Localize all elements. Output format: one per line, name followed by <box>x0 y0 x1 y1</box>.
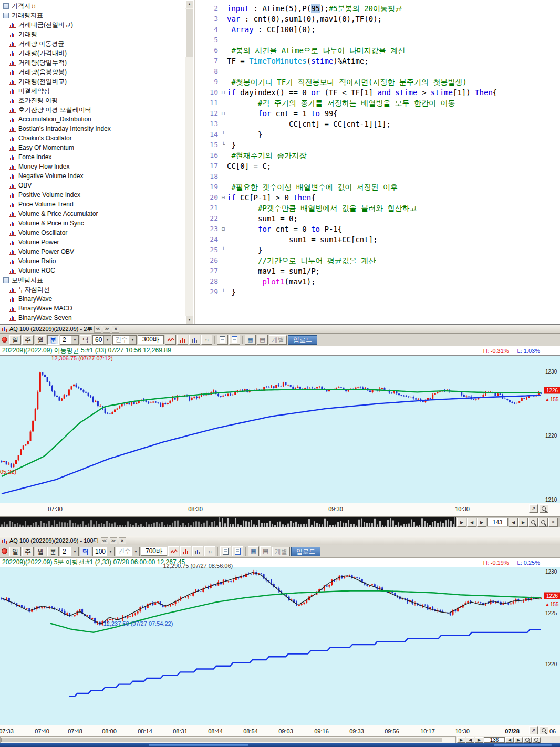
period-minute-button[interactable]: 분 <box>47 335 59 345</box>
tree-item[interactable]: Force Index <box>0 152 185 162</box>
bar-chart-icon[interactable] <box>177 335 188 345</box>
chevron-down-icon[interactable]: ▼ <box>129 336 136 344</box>
record-icon[interactable] <box>2 548 7 554</box>
tree-item[interactable]: Chaikin's Oscillator <box>0 133 185 143</box>
grid-view-icon[interactable]: ▦ <box>248 546 259 556</box>
tree-item[interactable]: BinaryWave Seven <box>0 313 185 323</box>
code-line[interactable]: 6 #봉의 시간을 Atime으로 나누어 나머지값을 계산 <box>195 45 560 56</box>
count-select[interactable]: 건수▼ <box>116 547 140 556</box>
zoom-in-button[interactable] <box>528 518 538 527</box>
tick-count-select[interactable]: 100▼ <box>92 547 115 556</box>
magnifier-icon[interactable] <box>540 726 548 734</box>
go-end-button[interactable]: ▶ <box>457 518 466 527</box>
tree-item[interactable]: Volume & Price Accumulator <box>0 209 185 219</box>
new-document-icon[interactable] <box>220 546 231 556</box>
print-icon[interactable] <box>232 546 243 556</box>
code-line[interactable]: 21 #P갯수만큼 배열방에서 값을 불러와 합산하고 <box>195 203 560 213</box>
close-icon[interactable]: × <box>112 326 119 333</box>
page-forward-button[interactable]: ▶ <box>475 737 483 743</box>
code-line[interactable]: 10⊟if dayindex() == 0 or (TF < TF[1] and… <box>195 87 560 98</box>
bar-count-input[interactable] <box>484 737 505 743</box>
fold-marker-icon[interactable]: └ <box>220 287 227 297</box>
chevron-down-icon[interactable]: ▼ <box>71 547 78 556</box>
chart2-titlebar[interactable]: AQ 100 (202209)(2022.09) - 100틱 ≪ ≫ × <box>0 536 560 545</box>
chart1-titlebar[interactable]: AQ 100 (202209)(2022.09) - 2분 ≪ ≫ × <box>0 325 560 334</box>
bars-input[interactable] <box>141 547 167 556</box>
scrollbar-track[interactable] <box>185 57 193 316</box>
expand-icon[interactable]: ↗ <box>529 504 538 513</box>
next-window-icon[interactable]: ≫ <box>103 326 110 333</box>
tree-item[interactable]: Volume & Price in Sync <box>0 219 185 228</box>
menu-button[interactable]: ≡ <box>548 518 558 527</box>
tick-button[interactable]: 틱 <box>80 547 91 556</box>
code-line[interactable]: 29└ } <box>195 287 560 297</box>
horizontal-scrollbar[interactable] <box>0 736 456 743</box>
scroll-right-button[interactable]: ▶ <box>514 737 523 743</box>
tree-item[interactable]: Volume Power OBV <box>0 247 185 256</box>
page-back-button[interactable]: ◀ <box>467 518 476 527</box>
tree-item[interactable]: Negative Volume Index <box>0 171 185 181</box>
chevron-down-icon[interactable]: ▼ <box>107 547 114 556</box>
interval-select[interactable]: 2▼ <box>60 335 79 345</box>
table-view-icon[interactable]: ▤ <box>260 546 271 556</box>
prev-window-icon[interactable]: ≪ <box>94 326 101 333</box>
chart2-plot[interactable]: 12,290.75 (07/27 08:56:06)12,237.50 (07/… <box>0 567 544 725</box>
chevron-down-icon[interactable]: ▼ <box>71 336 78 344</box>
code-line[interactable]: 3var : cnt(0),sum1(0),mav1(0),TF(0); <box>195 14 560 24</box>
fold-marker-icon[interactable]: └ <box>220 129 227 140</box>
tree-item[interactable]: 거래량(당일누적) <box>0 58 185 67</box>
sort-updown-icon[interactable]: ↑↓ <box>201 335 212 345</box>
scroll-down-icon[interactable]: ▼ <box>185 316 193 324</box>
code-line[interactable]: 22 sum1 = 0; <box>195 213 560 224</box>
tree-item[interactable]: 미결제약정 <box>0 86 185 96</box>
print-icon[interactable] <box>229 335 240 345</box>
taskbar-item[interactable] <box>494 744 552 746</box>
tree-item[interactable]: 거래량(전일비교) <box>0 77 185 86</box>
magnifier-icon[interactable] <box>540 504 548 513</box>
code-line[interactable]: 23⊟ for cnt = 0 to P-1{ <box>195 224 560 234</box>
tree-item[interactable]: 거래량 이동평균 <box>0 39 185 48</box>
count-select[interactable]: 건수▼ <box>112 335 137 345</box>
period-minute-button[interactable]: 분 <box>47 547 59 556</box>
code-line[interactable]: 4 Array : CC[100](0); <box>195 24 560 35</box>
tree-item[interactable]: OBV <box>0 181 185 190</box>
code-line[interactable]: 28 plot1(mav1); <box>195 276 560 287</box>
scrollbar-thumb[interactable] <box>185 9 193 57</box>
chart1-xaxis[interactable]: ↗ 07:3008:3009:3010:30 <box>0 503 560 517</box>
tree-category[interactable]: 거래량지표 <box>0 11 185 20</box>
tree-item[interactable]: 거래량 <box>0 29 185 39</box>
tree-item[interactable]: Accumulation_Distribution <box>0 115 185 124</box>
code-line[interactable]: 8 <box>195 66 560 77</box>
tree-item[interactable]: Money Flow Index <box>0 162 185 171</box>
grid-view-icon[interactable]: ▦ <box>245 335 256 345</box>
code-line[interactable]: 26 //기간으로 나누어 평균값을 계산 <box>195 255 560 266</box>
period-month-button[interactable]: 월 <box>35 335 46 345</box>
tree-category[interactable]: 모멘텀지표 <box>0 275 185 285</box>
period-month-button[interactable]: 월 <box>35 547 46 556</box>
code-line[interactable]: 27 mav1 = sum1/P; <box>195 266 560 276</box>
code-line[interactable]: 11 #각 주기의 종가를 저장하는 배열방을 모두 한칸이 이동 <box>195 98 560 108</box>
fold-marker-icon[interactable]: └ <box>220 245 227 255</box>
prev-window-icon[interactable]: ≪ <box>101 537 108 544</box>
line-chart-icon[interactable] <box>168 546 179 556</box>
fold-marker-icon[interactable]: ⊟ <box>220 87 227 98</box>
indicator-scrollbar[interactable]: ▲ ▼ <box>185 0 193 324</box>
code-line[interactable]: 2input : Atime(5),P(95);#5분봉의 20이동평균 <box>195 3 560 14</box>
tree-item[interactable]: Volume Ratio <box>0 256 185 266</box>
scroll-right-button[interactable]: ▶ <box>518 518 528 527</box>
tree-item[interactable]: Easy Of Momentum <box>0 143 185 152</box>
page-forward-button[interactable]: ▶ <box>477 518 486 527</box>
chart1-yaxis[interactable]: 1230122012101226▲155 <box>544 356 560 503</box>
period-day-button[interactable]: 일 <box>9 547 21 556</box>
tree-item[interactable]: Volume ROC <box>0 266 185 275</box>
period-week-button[interactable]: 주 <box>22 335 34 345</box>
tree-item[interactable]: Bostian's Intraday Intensity Index <box>0 124 185 133</box>
code-line[interactable]: 13 CC[cnt] = CC[cnt-1][1]; <box>195 119 560 129</box>
table-view-icon[interactable]: ▤ <box>257 335 268 345</box>
code-line[interactable]: 12⊟ for cnt = 1 to 99{ <box>195 108 560 119</box>
tree-item[interactable]: BinaryWave MACD <box>0 304 185 313</box>
tree-item[interactable]: Volume Oscillator <box>0 228 185 237</box>
scroll-up-icon[interactable]: ▲ <box>185 0 193 8</box>
chevron-down-icon[interactable]: ▼ <box>103 336 111 344</box>
fold-marker-icon[interactable]: └ <box>220 140 227 150</box>
